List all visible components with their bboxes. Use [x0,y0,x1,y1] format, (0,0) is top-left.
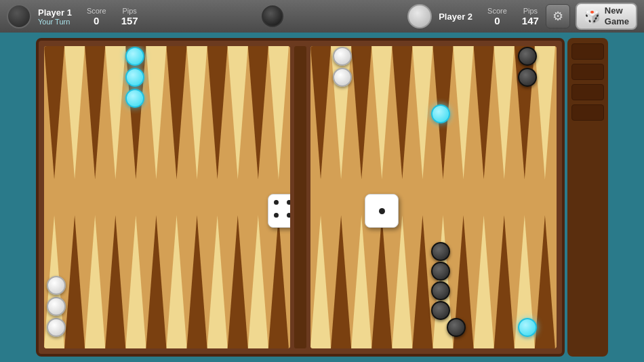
checker-white-r2[interactable] [333,68,352,87]
new-game-icon: 🎲 [584,8,601,24]
player1-pips-group: Pips 157 [121,7,138,26]
player1-score-group: Score 0 [87,7,106,26]
die-dot [274,213,279,218]
player1-pips-label: Pips [122,7,136,15]
player2-score-label: Score [487,7,507,15]
player1-turn: Your Turn [38,18,72,26]
tray-slot-4 [571,104,604,121]
die-dot [287,213,290,218]
player1-score-label: Score [87,7,106,15]
die-dot [287,200,290,205]
right-tray [567,38,608,357]
board[interactable] [36,38,565,357]
header-controls: ⚙ 🎲 NewGame [546,3,637,30]
checker-dark-b3[interactable] [431,262,450,281]
die-dot [274,200,279,205]
board-container [0,33,644,362]
checker-white-2[interactable] [47,297,66,316]
checker-cyan-1[interactable] [125,47,144,66]
checker-cyan-br[interactable] [518,318,537,337]
checker-cyan-2[interactable] [125,68,144,87]
center-checker [262,5,283,27]
player2-pips: 147 [522,15,539,26]
die-dot-center [379,208,385,214]
player2-avatar [407,4,432,28]
checker-dark-b4[interactable] [431,242,450,261]
checker-dark-b5[interactable] [447,318,466,337]
player1-avatar [7,4,31,28]
player1-score: 0 [94,15,99,26]
player2-score: 0 [494,15,500,26]
checker-white-3[interactable] [47,276,66,295]
settings-button[interactable]: ⚙ [546,4,570,28]
board-right [310,46,557,348]
tray-slot-1 [571,43,604,60]
tray-slot-3 [571,84,604,100]
board-left [44,46,290,348]
die-1[interactable] [268,194,290,228]
player2-pips-label: Pips [523,7,538,15]
header-center [145,5,401,27]
player2-score-group: Score 0 [487,7,507,26]
new-game-button[interactable]: 🎲 NewGame [576,3,637,30]
checker-cyan-r1[interactable] [431,104,450,123]
bar [294,46,306,348]
player1-details: Player 1 Your Turn [38,7,72,26]
die-2[interactable] [365,194,399,228]
player1-pips: 157 [121,15,138,26]
header: Player 1 Your Turn Score 0 Pips 157 Play… [0,0,644,33]
player2-details: Player 2 [439,12,472,22]
tray-slot-2 [571,64,604,80]
checker-dark-b2[interactable] [431,281,450,300]
checker-white-r1[interactable] [333,47,352,66]
player1-name: Player 1 [38,7,72,18]
new-game-label: NewGame [605,5,629,26]
checker-white-1[interactable] [47,318,66,337]
player2-pips-group: Pips 147 [522,7,539,26]
board-left-svg [44,46,290,348]
checker-dark-r1[interactable] [518,47,537,66]
checker-cyan-3[interactable] [125,89,144,108]
checker-dark-b1[interactable] [431,301,450,320]
checker-dark-r2[interactable] [518,68,537,87]
player2-name: Player 2 [439,12,472,22]
